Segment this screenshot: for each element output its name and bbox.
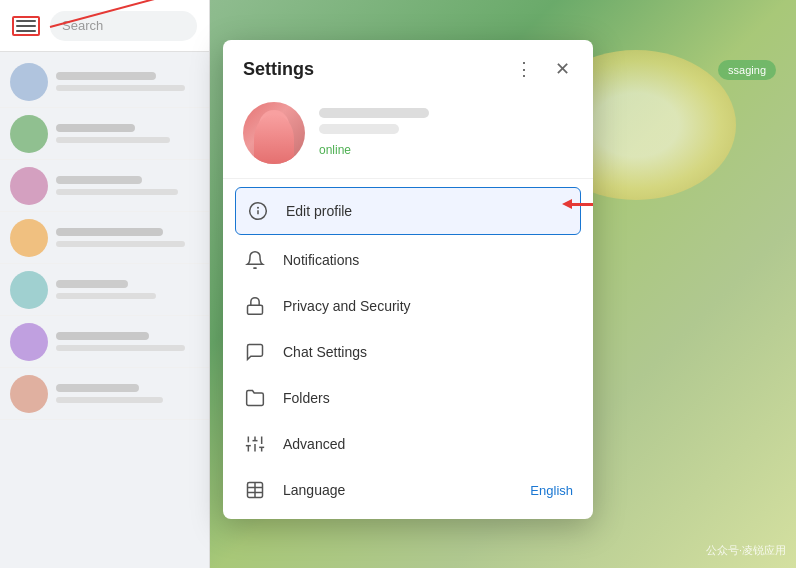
menu-item-folders[interactable]: Folders xyxy=(223,375,593,421)
language-value: English xyxy=(530,483,573,498)
translate-icon xyxy=(243,478,267,502)
folder-icon xyxy=(243,386,267,410)
menu-item-chat-settings[interactable]: Chat Settings xyxy=(223,329,593,375)
folders-label: Folders xyxy=(283,390,573,406)
menu-item-privacy-security[interactable]: Privacy and Security xyxy=(223,283,593,329)
menu-item-language[interactable]: Language English xyxy=(223,467,593,513)
notifications-label: Notifications xyxy=(283,252,573,268)
info-icon xyxy=(246,199,270,223)
svg-rect-3 xyxy=(248,305,263,314)
info-svg xyxy=(248,201,268,221)
privacy-security-label: Privacy and Security xyxy=(283,298,573,314)
header-actions: ⋮ ✕ xyxy=(509,54,577,84)
menu-item-notifications[interactable]: Notifications xyxy=(223,237,593,283)
translate-svg xyxy=(245,480,265,500)
bell-svg xyxy=(245,250,265,270)
chat-icon xyxy=(243,340,267,364)
menu-list: Edit profile Notifications xyxy=(223,179,593,519)
profile-info: online xyxy=(319,108,573,158)
red-arrow-edit-profile xyxy=(570,203,593,206)
avatar-face xyxy=(254,114,294,164)
chat-svg xyxy=(245,342,265,362)
close-button[interactable]: ✕ xyxy=(547,54,577,84)
profile-name-bar1 xyxy=(319,108,429,118)
modal-title: Settings xyxy=(243,59,314,80)
online-status: online xyxy=(319,143,351,157)
modal-overlay: Settings ⋮ ✕ online xyxy=(0,0,796,568)
settings-modal: Settings ⋮ ✕ online xyxy=(223,40,593,519)
advanced-label: Advanced xyxy=(283,436,573,452)
close-icon: ✕ xyxy=(555,58,570,80)
menu-item-advanced[interactable]: Advanced xyxy=(223,421,593,467)
menu-item-edit-profile[interactable]: Edit profile xyxy=(235,187,581,235)
profile-name-bar2 xyxy=(319,124,399,134)
bell-icon xyxy=(243,248,267,272)
sliders-svg xyxy=(245,434,265,454)
avatar xyxy=(243,102,305,164)
language-label: Language xyxy=(283,482,514,498)
lock-svg xyxy=(245,296,265,316)
more-options-button[interactable]: ⋮ xyxy=(509,54,539,84)
chat-settings-label: Chat Settings xyxy=(283,344,573,360)
modal-header: Settings ⋮ ✕ xyxy=(223,40,593,94)
lock-icon xyxy=(243,294,267,318)
more-icon: ⋮ xyxy=(515,58,533,80)
profile-section: online xyxy=(223,94,593,179)
edit-profile-label: Edit profile xyxy=(286,203,570,219)
folder-svg xyxy=(245,388,265,408)
sliders-icon xyxy=(243,432,267,456)
